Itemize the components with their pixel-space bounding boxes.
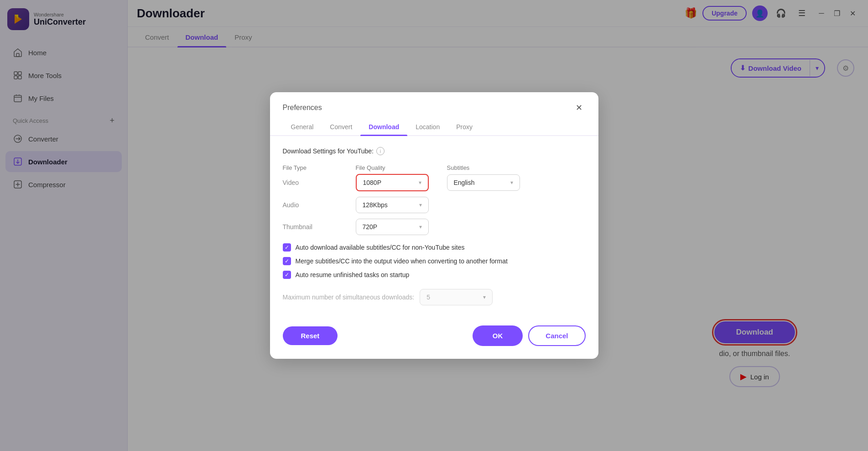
footer-right: OK Cancel — [473, 325, 586, 346]
checkbox-auto-resume[interactable]: ✓ — [283, 271, 291, 279]
preferences-modal: Preferences ✕ General Convert Download L… — [270, 92, 598, 359]
check-icon-3: ✓ — [285, 272, 289, 278]
info-icon[interactable]: i — [376, 147, 385, 155]
modal-tab-download[interactable]: Download — [360, 118, 407, 135]
checkbox-auto-subtitles[interactable]: ✓ — [283, 243, 291, 252]
video-quality-arrow: ▾ — [419, 179, 421, 186]
checkbox-merge-subtitles[interactable]: ✓ — [283, 257, 291, 265]
cancel-button[interactable]: Cancel — [528, 325, 585, 346]
checkbox-merge-subtitles-label: Merge subtitles/CC into the output video… — [296, 257, 508, 265]
checkbox-auto-resume-label: Auto resume unfinished tasks on startup — [296, 271, 410, 278]
modal-tab-location[interactable]: Location — [407, 118, 448, 135]
audio-settings-row: Audio 128Kbps ▾ — [283, 197, 586, 213]
check-icon: ✓ — [285, 244, 289, 251]
thumbnail-settings-row: Thumbnail 720P ▾ — [283, 219, 586, 235]
modal-title: Preferences — [283, 104, 322, 112]
thumbnail-quality-select-wrap: 720P ▾ — [356, 219, 447, 235]
audio-quality-arrow: ▾ — [419, 202, 422, 208]
settings-column-headers: File Type File Quality Subtitles — [283, 164, 586, 171]
modal-overlay: Preferences ✕ General Convert Download L… — [0, 0, 868, 451]
modal-tab-proxy[interactable]: Proxy — [448, 118, 481, 135]
subtitle-arrow: ▾ — [510, 179, 513, 186]
video-settings-row: Video 1080P ▾ English ▾ — [283, 174, 586, 191]
video-quality-select-wrap: 1080P ▾ — [356, 174, 447, 191]
max-downloads-select[interactable]: 5 ▾ — [420, 289, 493, 305]
thumbnail-label: Thumbnail — [283, 223, 356, 231]
max-downloads-row: Maximum number of simultaneous downloads… — [283, 289, 586, 305]
modal-footer: Reset OK Cancel — [270, 316, 598, 359]
video-quality-select[interactable]: 1080P ▾ — [356, 174, 429, 191]
audio-label: Audio — [283, 201, 356, 209]
checkbox-section: ✓ Auto download available subtitles/CC f… — [283, 243, 586, 279]
download-settings-title: Download Settings for YouTube: i — [283, 147, 586, 155]
max-downloads-label: Maximum number of simultaneous downloads… — [283, 294, 415, 301]
modal-body: Download Settings for YouTube: i File Ty… — [270, 136, 598, 316]
audio-quality-select-wrap: 128Kbps ▾ — [356, 197, 447, 213]
video-label: Video — [283, 179, 356, 186]
video-subtitle-select-wrap: English ▾ — [447, 174, 538, 191]
max-downloads-arrow: ▾ — [483, 294, 486, 300]
modal-tabs: General Convert Download Location Proxy — [270, 118, 598, 136]
checkbox-auto-subtitles-row: ✓ Auto download available subtitles/CC f… — [283, 243, 586, 252]
reset-button[interactable]: Reset — [283, 326, 338, 345]
col-file-quality: File Quality — [356, 164, 447, 171]
col-subtitles: Subtitles — [447, 164, 538, 171]
thumbnail-quality-arrow: ▾ — [419, 224, 422, 230]
checkbox-merge-subtitles-row: ✓ Merge subtitles/CC into the output vid… — [283, 257, 586, 265]
video-subtitle-select[interactable]: English ▾ — [447, 174, 520, 191]
modal-tab-general[interactable]: General — [283, 118, 322, 135]
modal-header: Preferences ✕ — [270, 92, 598, 114]
audio-quality-select[interactable]: 128Kbps ▾ — [356, 197, 429, 213]
check-icon-2: ✓ — [285, 258, 289, 264]
modal-tab-convert[interactable]: Convert — [322, 118, 360, 135]
modal-close-button[interactable]: ✕ — [573, 101, 586, 114]
checkbox-auto-resume-row: ✓ Auto resume unfinished tasks on startu… — [283, 271, 586, 279]
ok-button[interactable]: OK — [473, 325, 523, 346]
thumbnail-quality-select[interactable]: 720P ▾ — [356, 219, 429, 235]
checkbox-auto-subtitles-label: Auto download available subtitles/CC for… — [296, 244, 465, 251]
col-file-type: File Type — [283, 164, 356, 171]
